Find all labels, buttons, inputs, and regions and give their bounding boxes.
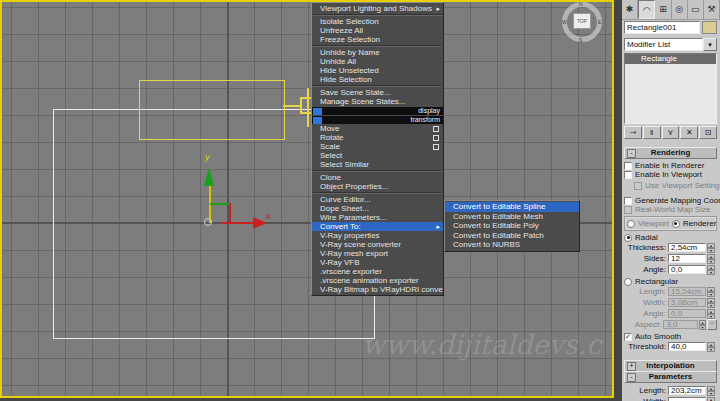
menu-item-vray-properties[interactable]: V-Ray properties xyxy=(312,231,443,240)
thickness-row: Thickness:2,54cm▴▾ xyxy=(624,242,717,253)
gizmo-xy-plane-handle-red[interactable] xyxy=(229,203,231,223)
submenu-item-editable-spline[interactable]: Convert to Editable Spline xyxy=(445,202,579,212)
spinner-down-icon[interactable]: ▾ xyxy=(707,391,715,396)
width-input[interactable] xyxy=(668,397,706,401)
gizmo-x-axis[interactable] xyxy=(221,222,255,224)
auto-smooth-checkbox[interactable]: ✓ xyxy=(624,333,632,341)
real-world-map-row: Real-World Map Size xyxy=(624,205,717,214)
menu-item-clone[interactable]: Clone xyxy=(312,173,443,182)
thickness-input[interactable]: 2,54cm xyxy=(668,243,706,252)
collapse-icon[interactable]: - xyxy=(627,373,636,382)
menu-item-dope-sheet[interactable]: Dope Sheet... xyxy=(312,204,443,213)
pin-stack-icon[interactable]: ⊸ xyxy=(624,126,642,139)
tab-display[interactable]: ▭ xyxy=(688,0,704,19)
width-spinner[interactable]: ▴▾ xyxy=(707,397,715,401)
submenu-item-editable-poly[interactable]: Convert to Editable Poly xyxy=(445,221,579,231)
menu-item-vrscene-exporter[interactable]: .vrscene exporter xyxy=(312,267,443,276)
menu-item-move[interactable]: Move xyxy=(312,124,443,133)
modifier-list-dropdown[interactable]: Modifier List xyxy=(624,38,703,51)
menu-item-isolate-selection[interactable]: Isolate Selection xyxy=(312,17,443,26)
menu-item-wire-parameters[interactable]: Wire Parameters... xyxy=(312,213,443,222)
stack-item-rectangle[interactable]: Rectangle xyxy=(625,54,716,64)
spinner-down-icon[interactable]: ▾ xyxy=(707,347,715,352)
submenu-item-editable-patch[interactable]: Convert to Editable Patch xyxy=(445,231,579,241)
tab-utilities[interactable]: ⚒ xyxy=(704,0,720,19)
remove-modifier-icon[interactable]: ✕ xyxy=(680,126,698,139)
submenu-item-editable-mesh[interactable]: Convert to Editable Mesh xyxy=(445,212,579,222)
settings-box-icon[interactable] xyxy=(433,126,439,132)
length-input[interactable]: 203,2cm xyxy=(668,386,706,395)
gizmo-xy-plane-handle-green[interactable] xyxy=(210,203,230,205)
menu-item-unhide-all[interactable]: Unhide All xyxy=(312,57,443,66)
angle-input[interactable]: 0,0 xyxy=(668,265,706,274)
gizmo-x-arrow-icon[interactable] xyxy=(253,217,267,229)
renderer-radio[interactable] xyxy=(672,220,680,228)
parameters-rollout: -Parameters Length:203,2cm▴▾ Width:▴▾ xyxy=(624,371,717,401)
menu-item-rotate[interactable]: Rotate xyxy=(312,133,443,142)
menu-item-hide-selection[interactable]: Hide Selection xyxy=(312,75,443,84)
menu-item-vray-mesh-export[interactable]: V-Ray mesh export xyxy=(312,249,443,258)
angle-spinner[interactable]: ▴▾ xyxy=(707,265,715,274)
tab-hierarchy[interactable]: ⊞ xyxy=(655,0,671,19)
tab-modify[interactable]: ◠ xyxy=(638,0,655,19)
menu-item-unhide-by-name[interactable]: Unhide by Name xyxy=(312,48,443,57)
rendering-rollout-header[interactable]: -Rendering xyxy=(624,147,717,159)
modify-icon: ◠ xyxy=(643,5,651,15)
threshold-input[interactable]: 40,0 xyxy=(668,342,706,351)
spinner-up-icon[interactable]: ▴ xyxy=(707,397,715,401)
tab-motion[interactable]: ◎ xyxy=(672,0,688,19)
object-color-swatch[interactable] xyxy=(702,21,717,34)
expand-icon[interactable]: + xyxy=(627,362,636,371)
configure-modifier-sets-icon[interactable]: ⊡ xyxy=(699,126,717,139)
aspect-row: Aspect:3,0▴▾∞ xyxy=(624,319,717,330)
make-unique-icon[interactable]: ⋎ xyxy=(662,126,680,139)
tab-create[interactable]: ✱ xyxy=(622,0,638,19)
width-row: Width:▴▾ xyxy=(624,396,717,401)
view-cube[interactable]: N E S W TOP xyxy=(562,2,602,42)
viewport-radio xyxy=(627,220,635,228)
object-name-field[interactable]: Rectangle001 xyxy=(624,21,700,34)
menu-item-hide-unselected[interactable]: Hide Unselected xyxy=(312,66,443,75)
menu-item-freeze-selection[interactable]: Freeze Selection xyxy=(312,35,443,44)
threshold-spinner[interactable]: ▴▾ xyxy=(707,342,715,351)
enable-in-renderer-checkbox[interactable] xyxy=(624,162,632,170)
view-cube-top-face[interactable]: TOP xyxy=(573,13,591,29)
radial-radio[interactable] xyxy=(624,234,632,242)
menu-item-vrscene-animation-exporter[interactable]: .vrscene animation exporter xyxy=(312,276,443,285)
settings-box-icon[interactable] xyxy=(433,135,439,141)
menu-item-convert-to[interactable]: Convert To:▸ xyxy=(312,222,443,231)
submenu-item-nurbs[interactable]: Convert to NURBS xyxy=(445,240,579,250)
enable-in-viewport-checkbox[interactable] xyxy=(624,171,632,179)
menu-item-curve-editor[interactable]: Curve Editor... xyxy=(312,195,443,204)
length-spinner[interactable]: ▴▾ xyxy=(707,386,715,395)
modifier-stack[interactable]: Rectangle xyxy=(624,53,717,124)
collapse-icon[interactable]: - xyxy=(627,149,636,158)
create-icon: ✱ xyxy=(626,4,634,14)
sides-spinner[interactable]: ▴▾ xyxy=(707,254,715,263)
dropdown-arrow-icon[interactable]: ▾ xyxy=(703,38,717,51)
menu-item-vray-vfb[interactable]: V-Ray VFB xyxy=(312,258,443,267)
thickness-spinner[interactable]: ▴▾ xyxy=(707,243,715,252)
menu-item-save-scene-state[interactable]: Save Scene State... xyxy=(312,88,443,97)
show-end-result-icon[interactable]: ‖ xyxy=(643,126,661,139)
menu-item-object-properties[interactable]: Object Properties... xyxy=(312,182,443,191)
menu-item-select[interactable]: Select xyxy=(312,151,443,160)
spinner-down-icon[interactable]: ▾ xyxy=(707,259,715,264)
selected-rectangle-shape[interactable] xyxy=(139,80,285,140)
menu-item-viewport-lighting-and-shadows[interactable]: Viewport Lighting and Shadows▸ xyxy=(312,4,443,13)
sides-input[interactable]: 12 xyxy=(668,254,706,263)
generate-mapping-checkbox[interactable] xyxy=(624,197,632,205)
menu-item-select-similar[interactable]: Select Similar xyxy=(312,160,443,169)
menu-item-vray-scene-converter[interactable]: V-Ray scene converter xyxy=(312,240,443,249)
menu-item-vray-bitmap-converter[interactable]: V-Ray Bitmap to VRayHDRI converter xyxy=(312,285,443,294)
menu-item-scale[interactable]: Scale xyxy=(312,142,443,151)
compass-west-label: W xyxy=(562,19,567,25)
gizmo-y-arrow-icon[interactable] xyxy=(204,167,214,186)
spinner-down-icon[interactable]: ▾ xyxy=(707,248,715,253)
settings-box-icon[interactable] xyxy=(433,144,439,150)
menu-item-manage-scene-states[interactable]: Manage Scene States... xyxy=(312,97,443,106)
parameters-rollout-header[interactable]: -Parameters xyxy=(624,371,717,383)
rectangular-radio[interactable] xyxy=(624,278,632,286)
spinner-down-icon[interactable]: ▾ xyxy=(707,270,715,275)
menu-item-unfreeze-all[interactable]: Unfreeze All xyxy=(312,26,443,35)
